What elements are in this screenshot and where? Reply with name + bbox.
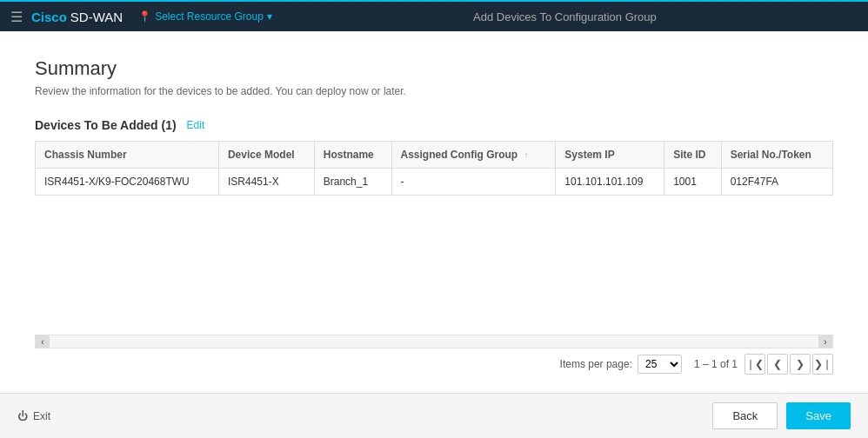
footer: ⏻ Exit Back Save [0, 393, 868, 438]
items-per-page: Items per page: 102550100 [560, 355, 687, 374]
col-hostname: Hostname [314, 142, 391, 169]
scroll-right-arrow[interactable]: › [818, 335, 832, 348]
pagination-bar: Items per page: 102550100 1 – 1 of 1 ❘❮ … [35, 348, 833, 380]
brand-logo: Cisco SD-WAN [31, 10, 123, 24]
edit-link[interactable]: Edit [187, 119, 205, 131]
scroll-left-arrow[interactable]: ‹ [36, 335, 50, 348]
top-navigation: ☰ Cisco SD-WAN 📍 Select Resource Group ▾… [0, 0, 868, 31]
page-subtitle: Review the information for the devices t… [35, 85, 833, 97]
main-content: Summary Review the information for the d… [0, 31, 868, 393]
col-chassis: Chassis Number [36, 142, 219, 169]
col-serial: Serial No./Token [721, 142, 832, 169]
col-config-group-label: Assigned Config Group [401, 149, 518, 161]
per-page-select[interactable]: 102550100 [638, 355, 682, 374]
table-header-row: Chassis Number Device Model Hostname Ass… [36, 142, 833, 169]
section-header: Devices To Be Added (1) Edit [35, 118, 833, 132]
back-button[interactable]: Back [712, 402, 778, 429]
footer-buttons: Back Save [712, 402, 851, 429]
sort-icon: ↑ [524, 150, 529, 160]
items-per-page-label: Items per page: [560, 358, 632, 370]
devices-table: Chassis Number Device Model Hostname Ass… [35, 141, 833, 196]
col-config-group[interactable]: Assigned Config Group ↑ [391, 142, 556, 169]
resource-group-selector[interactable]: 📍 Select Resource Group ▾ [138, 10, 272, 23]
col-system-ip: System IP [556, 142, 664, 169]
location-icon: 📍 [138, 10, 151, 23]
exit-icon: ⏻ [17, 410, 28, 422]
col-site-id: Site ID [664, 142, 722, 169]
last-page-button[interactable]: ❯❘ [812, 354, 833, 375]
first-page-button[interactable]: ❘❮ [744, 354, 765, 375]
page-info: 1 – 1 of 1 [694, 358, 738, 370]
exit-button[interactable]: ⏻ Exit [17, 410, 50, 422]
page-title: Summary [35, 57, 833, 80]
prev-page-button[interactable]: ❮ [767, 354, 788, 375]
col-model: Device Model [218, 142, 314, 169]
hamburger-icon[interactable]: ☰ [10, 9, 23, 25]
section-title: Devices To Be Added (1) [35, 118, 177, 132]
exit-label: Exit [33, 410, 50, 422]
brand-sdwan: SD-WAN [70, 10, 123, 24]
next-page-button[interactable]: ❯ [790, 354, 811, 375]
resource-group-label: Select Resource Group [155, 10, 264, 23]
save-button[interactable]: Save [786, 402, 851, 429]
pagination-buttons: ❘❮ ❮ ❯ ❯❘ [744, 354, 833, 375]
page-nav-title: Add Devices To Configuration Group [272, 10, 858, 23]
brand-cisco: Cisco [31, 10, 67, 24]
horizontal-scrollbar[interactable]: ‹ › [35, 335, 833, 348]
table-row: ISR4451-X/K9-FOC20468TWUISR4451-XBranch_… [36, 169, 833, 196]
